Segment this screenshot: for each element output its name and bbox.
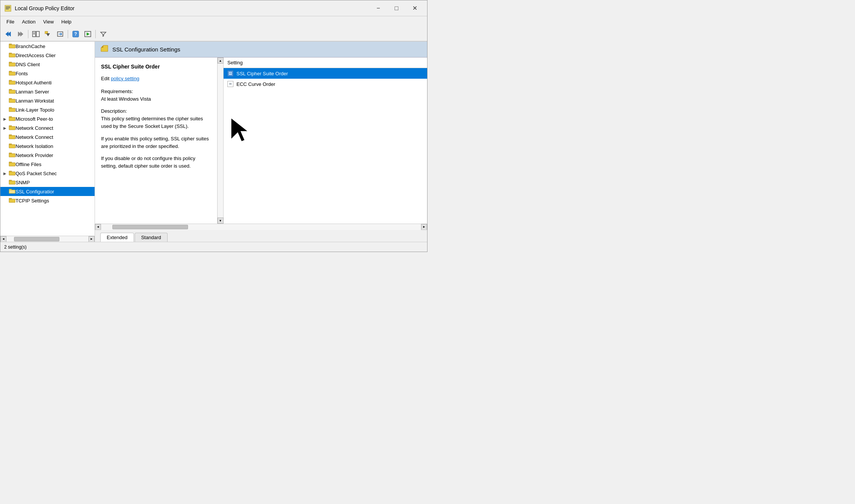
tree-item[interactable]: Fonts [0, 69, 95, 78]
folder-icon [9, 43, 16, 50]
tree-item-label: TCPIP Settings [16, 198, 49, 204]
setting-row-label: SSL Cipher Suite Order [236, 71, 288, 76]
menu-help[interactable]: Help [58, 18, 75, 25]
tab-extended[interactable]: Extended [100, 233, 134, 242]
tree-item[interactable]: Link-Layer Topolo [0, 105, 95, 114]
hscroll-left-button[interactable]: ◄ [0, 236, 6, 242]
tree-item[interactable]: Offline Files [0, 160, 95, 169]
main-window: Local Group Policy Editor − □ ✕ File Act… [0, 0, 428, 252]
hscroll-thumb[interactable] [14, 237, 59, 241]
help-button[interactable]: ? [70, 29, 81, 39]
folder-icon [9, 197, 16, 204]
svg-marker-14 [87, 33, 90, 36]
export-button[interactable] [54, 29, 66, 39]
show-hide-tree-button[interactable] [30, 29, 42, 39]
tree-item[interactable]: Hotspot Authenti [0, 78, 95, 87]
minimize-button[interactable]: − [370, 2, 387, 14]
tree-item[interactable]: SSL Configuratior [0, 187, 95, 196]
tree-container[interactable]: BranchCache DirectAccess Clier DNS Clien… [0, 42, 95, 236]
expand-arrow-icon: ▶ [3, 171, 9, 176]
panel-header-title: SSL Configuration Settings [112, 46, 180, 53]
tree-item[interactable]: ▶ QoS Packet Schec [0, 169, 95, 178]
folder-icon [9, 134, 16, 141]
tree-item[interactable]: TCPIP Settings [0, 196, 95, 205]
folder-icon [9, 88, 16, 95]
close-button[interactable]: ✕ [406, 2, 423, 14]
svg-rect-20 [229, 84, 232, 84]
main-content: BranchCache DirectAccess Clier DNS Clien… [0, 41, 427, 242]
tree-item[interactable]: Lanman Server [0, 87, 95, 96]
tree-item[interactable]: BranchCache [0, 42, 95, 51]
maximize-button[interactable]: □ [388, 2, 405, 14]
toolbar-separator-2 [68, 30, 68, 38]
tree-item-label: Link-Layer Topolo [16, 107, 54, 113]
right-panel: SSL Configuration Settings SSL Cipher Su… [95, 42, 427, 242]
panel-header-icon [100, 45, 109, 54]
folder-icon [9, 61, 16, 68]
window-controls: − □ ✕ [370, 2, 423, 14]
svg-rect-19 [229, 83, 232, 84]
settings-column-header: Setting [224, 58, 427, 68]
folder-icon [9, 97, 16, 104]
svg-marker-9 [46, 33, 50, 36]
toolbar: ? [0, 27, 427, 41]
panel-header: SSL Configuration Settings [95, 42, 427, 58]
desc-requirements: Requirements: At least Windows Vista [101, 88, 211, 103]
tab-standard[interactable]: Standard [135, 233, 168, 242]
desc-description-text: This policy setting determines the ciphe… [101, 115, 211, 130]
desc-scroll-up-button[interactable]: ▲ [218, 58, 224, 64]
svg-rect-16 [229, 73, 232, 73]
tree-item[interactable]: DNS Client [0, 60, 95, 69]
run-button[interactable] [82, 29, 93, 39]
tree-item[interactable]: Network Isolation [0, 142, 95, 151]
right-panel-hscroll: ◄ ► [95, 224, 427, 230]
tree-item-label: BranchCache [16, 44, 45, 49]
desc-scroll-track[interactable] [218, 64, 223, 218]
setting-row[interactable]: SSL Cipher Suite Order [224, 68, 427, 79]
desc-description: Description: This policy setting determi… [101, 107, 211, 130]
status-bar: 2 setting(s) [0, 242, 427, 252]
right-hscroll-track[interactable] [101, 224, 421, 230]
right-hscroll-right-button[interactable]: ► [421, 224, 427, 230]
tree-item[interactable]: ▶ Microsoft Peer-to [0, 114, 95, 123]
folder-icon [9, 188, 16, 195]
back-button[interactable] [3, 29, 14, 39]
policy-setting-link[interactable]: policy setting [111, 76, 139, 81]
tree-item-label: Lanman Workstat [16, 98, 54, 104]
desc-scroll-down-button[interactable]: ▼ [218, 218, 224, 224]
tree-item[interactable]: SNMP [0, 178, 95, 187]
tree-item-label: Network Connect [16, 134, 53, 140]
tree-item[interactable]: Network Provider [0, 151, 95, 160]
menu-action[interactable]: Action [18, 18, 39, 25]
desc-edit: Edit policy setting [101, 75, 211, 82]
tree-item[interactable]: DirectAccess Clier [0, 51, 95, 60]
folder-icon [9, 52, 16, 59]
hscroll-right-button[interactable]: ► [89, 236, 95, 242]
filter-button[interactable] [98, 29, 109, 39]
menu-file[interactable]: File [3, 18, 18, 25]
forward-button[interactable] [15, 29, 26, 39]
right-hscroll-left-button[interactable]: ◄ [95, 224, 101, 230]
setting-row-icon [227, 70, 233, 76]
tree-item-label: Fonts [16, 71, 28, 76]
setting-row-label: ECC Curve Order [236, 81, 275, 87]
hscroll-track[interactable] [6, 236, 89, 242]
setting-row[interactable]: ECC Curve Order [224, 79, 427, 89]
desc-requirements-value: At least Windows Vista [101, 95, 211, 103]
up-button[interactable] [42, 29, 54, 39]
app-icon [4, 5, 12, 12]
tree-item-label: SSL Configuratior [16, 189, 54, 194]
right-hscroll-thumb[interactable] [112, 225, 188, 229]
tree-item-label: SNMP [16, 180, 30, 185]
toolbar-separator-3 [95, 30, 96, 38]
settings-pane: Setting SSL Cipher Suite Order ECC Curve… [224, 58, 427, 224]
desc-disable-text: If you disable or do not configure this … [101, 155, 211, 170]
menu-view[interactable]: View [39, 18, 58, 25]
tree-item-label: Network Isolation [16, 143, 53, 149]
svg-rect-2 [6, 8, 10, 8]
left-panel-hscroll: ◄ ► [0, 236, 95, 242]
tree-item[interactable]: Network Connect [0, 132, 95, 142]
desc-edit-prefix: Edit [101, 76, 111, 81]
tree-item[interactable]: Lanman Workstat [0, 96, 95, 105]
tree-item[interactable]: ▶ Network Connect [0, 123, 95, 132]
